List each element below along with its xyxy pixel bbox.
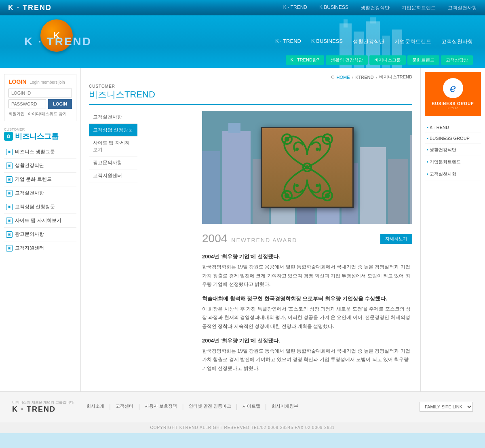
header-nav-4[interactable]: 기업문화트렌드 bbox=[394, 38, 431, 45]
sidebar-menu: ▣ 비즈니스 생활그룹 ▣ 생활건강식단 ▣ 기업 문화 트렌드 ▣ bbox=[4, 145, 76, 255]
menu-icon-8: ▣ bbox=[6, 245, 13, 251]
content-subnav-item-2: 고객상담 신청방문 bbox=[89, 124, 137, 137]
footer-nav-6[interactable]: 회사이케팅부 bbox=[272, 403, 298, 410]
article-image-inner bbox=[202, 111, 412, 224]
right-menu: K TREND BUSINESS GROUP 생활건강식단 기업문화트렌드 고객… bbox=[425, 122, 481, 180]
sidebar-menu-link-8[interactable]: ▣ 고객지원센터 bbox=[4, 241, 76, 255]
sidebar-menu-link-5[interactable]: ▣ 고객상담 신청방문 bbox=[4, 200, 76, 213]
right-sidebar: ℯ BUSINESS GROUP GrouP K TREND BUSINESS … bbox=[420, 68, 485, 391]
content-subnav: 고객실천사항 고객상담 신청방문 사이트 맵 자세히보기 광고문의사항 고객지원… bbox=[89, 111, 137, 379]
sidebar-menu-item-3: ▣ 기업 문화 트렌드 bbox=[4, 173, 76, 186]
svg-rect-10 bbox=[202, 151, 220, 224]
login-button[interactable]: LOGIN bbox=[48, 99, 72, 109]
sidebar-menu-link-3[interactable]: ▣ 기업 문화 트렌드 bbox=[4, 173, 76, 186]
right-menu-item-2: BUSINESS GROUP bbox=[425, 133, 481, 144]
award-detail-button[interactable]: 자세히보기 bbox=[380, 234, 412, 244]
right-menu-item-4: 기업문화트렌드 bbox=[425, 156, 481, 168]
right-menu-item-5: 고객실천사항 bbox=[425, 168, 481, 180]
sidebar-menu-item-1: ▣ 비즈니스 생활그룹 bbox=[4, 145, 76, 159]
sidebar: LOGIN Login members join LOGIN 회원가입 아이디/… bbox=[0, 68, 81, 391]
footer-nav-1[interactable]: 회사소개 bbox=[86, 403, 104, 410]
header-subnav-4[interactable]: 문화트렌드 bbox=[407, 55, 439, 65]
article: 2004 NEWTREND AWARD 자세히보기 2004년 '최우량 기업'… bbox=[202, 111, 412, 379]
svg-point-31 bbox=[305, 165, 309, 169]
content-subnav-link-3[interactable]: 사이트 맵 자세히보기 bbox=[89, 137, 137, 156]
menu-icon-4: ▣ bbox=[6, 190, 13, 197]
topbar-nav-4[interactable]: 기업문화트렌드 bbox=[402, 4, 436, 11]
content-subnav-link-5[interactable]: 고객지원센터 bbox=[89, 169, 137, 182]
footer-nav-4[interactable]: 인터넷 만전 인증마크 bbox=[189, 403, 231, 410]
sidebar-menu-item-5: ▣ 고객상담 신청방문 bbox=[4, 200, 76, 214]
content-subnav-link-1[interactable]: 고객실천사항 bbox=[89, 111, 137, 124]
menu-icon-1: ▣ bbox=[6, 149, 13, 155]
sidebar-menu-link-1[interactable]: ▣ 비즈니스 생활그룹 bbox=[4, 145, 76, 158]
header: K K · TREND K · TREND K BUSINESS 생활건강식단 … bbox=[0, 15, 485, 68]
content-body: 고객실천사항 고객상담 신청방문 사이트 맵 자세히보기 광고문의사항 고객지원… bbox=[89, 111, 412, 379]
login-title: LOGIN bbox=[8, 78, 26, 85]
topbar-nav-1[interactable]: K · TREND bbox=[283, 4, 307, 11]
footer-nav-3[interactable]: 사용자 보호정책 bbox=[145, 403, 177, 410]
sidebar-menu-item-2: ▣ 생활건강식단 bbox=[4, 159, 76, 173]
sidebar-menu-link-6[interactable]: ▣ 사이트 맵 자세히보기 bbox=[4, 214, 76, 227]
ornament-svg bbox=[267, 131, 348, 204]
right-menu-link-2[interactable]: BUSINESS GROUP bbox=[425, 133, 481, 144]
topbar-nav-2[interactable]: K BUSINESS bbox=[319, 4, 348, 11]
content-subnav-item-3: 사이트 맵 자세히보기 bbox=[89, 137, 137, 156]
find-id-link[interactable]: 아이디/패스워드 찾기 bbox=[28, 111, 67, 117]
header-subnav-2[interactable]: 생활의 건강식단 bbox=[326, 55, 368, 65]
menu-icon-5: ▣ bbox=[6, 204, 13, 210]
login-id-input[interactable] bbox=[8, 89, 72, 97]
sidebar-menu-item-7: ▣ 광고문의사항 bbox=[4, 228, 76, 241]
right-menu-link-4[interactable]: 기업문화트렌드 bbox=[425, 156, 481, 168]
right-menu-link-3[interactable]: 생활건강식단 bbox=[425, 144, 481, 156]
content-subnav-link-4[interactable]: 광고문의사항 bbox=[89, 156, 137, 169]
login-pw-input[interactable] bbox=[8, 99, 46, 108]
article-body-2: 이 회장은 시상식 후 가진 특별강연에서 '포스코의 성장 과정과 새로운 도… bbox=[202, 305, 412, 331]
svg-rect-12 bbox=[228, 123, 240, 133]
login-links: 회원가입 아이디/패스워드 찾기 bbox=[8, 111, 72, 117]
header-subnav-3[interactable]: 비지니스그룹 bbox=[369, 55, 406, 65]
header-subnav-5[interactable]: 고객상담방 bbox=[441, 55, 473, 65]
menu-icon-7: ▣ bbox=[6, 231, 13, 238]
right-menu-link-5[interactable]: 고객실천사항 bbox=[425, 168, 481, 180]
svg-point-35 bbox=[316, 184, 319, 187]
footer-nav-2[interactable]: 고객센터 bbox=[116, 403, 133, 410]
ie-icon: ℯ bbox=[450, 82, 456, 95]
svg-rect-1 bbox=[344, 19, 348, 27]
signup-link[interactable]: 회원가입 bbox=[8, 111, 25, 117]
breadcrumb-level1: KTREND bbox=[355, 75, 373, 80]
svg-point-30 bbox=[325, 193, 330, 198]
copyright-text: COPYRIGHT KTREND ALLRIGHT RESERVED TEL/0… bbox=[150, 425, 335, 430]
breadcrumb-home-icon: ⊙ bbox=[331, 74, 335, 80]
header-nav-1[interactable]: K · TREND bbox=[275, 38, 301, 45]
topbar-nav-5[interactable]: 고객실천사항 bbox=[448, 4, 477, 11]
header-nav-3[interactable]: 생활건강식단 bbox=[353, 38, 384, 45]
breadcrumb-level2: 비지니스TREND bbox=[379, 74, 412, 80]
article-image bbox=[202, 111, 412, 224]
content-subnav-link-2[interactable]: 고객상담 신청방문 bbox=[89, 124, 137, 137]
footer-bottom: COPYRIGHT KTREND ALLRIGHT RESERVED TEL/0… bbox=[0, 422, 485, 433]
header-subnav-1[interactable]: K · TREND란? bbox=[286, 55, 324, 65]
sidebar-menu-link-4[interactable]: ▣ 고객실천사항 bbox=[4, 186, 76, 200]
award-row: 2004 NEWTREND AWARD 자세히보기 bbox=[202, 230, 412, 247]
sidebar-menu-item-4: ▣ 고객실천사항 bbox=[4, 186, 76, 200]
article-section-1: 2004년 '최우량 기업'에 선정됐다. 한국경영학회는 19일 강원도 용공… bbox=[202, 253, 412, 289]
top-bar: K · TREND K · TREND K BUSINESS 생활건강식단 기업… bbox=[0, 0, 485, 15]
right-menu-link-1[interactable]: K TREND bbox=[425, 122, 481, 133]
topbar-nav: K · TREND K BUSINESS 생활건강식단 기업문화트렌드 고객실천… bbox=[283, 4, 477, 11]
svg-point-34 bbox=[295, 184, 299, 187]
family-site-select[interactable]: FAMILY SITE LINK bbox=[420, 402, 473, 412]
customer-title: 비즈니스그룹 bbox=[15, 131, 59, 141]
customer-label: CUSTOMER bbox=[4, 127, 76, 131]
sidebar-menu-link-2[interactable]: ▣ 생활건강식단 bbox=[4, 159, 76, 172]
right-menu-item-1: K TREND bbox=[425, 122, 481, 133]
page-header-sub: CUSTOMER bbox=[89, 84, 412, 89]
header-nav-5[interactable]: 고객실천사항 bbox=[441, 38, 473, 45]
content-subnav-item-5: 고객지원센터 bbox=[89, 169, 137, 182]
header-nav-2[interactable]: K BUSINESS bbox=[311, 38, 343, 45]
sidebar-menu-link-7[interactable]: ▣ 광고문의사항 bbox=[4, 228, 76, 241]
ornament-box bbox=[261, 127, 354, 208]
breadcrumb-home: HOME bbox=[337, 75, 350, 80]
topbar-nav-3[interactable]: 생활건강식단 bbox=[361, 4, 390, 11]
footer-nav-5[interactable]: 사이트맵 bbox=[242, 403, 260, 410]
